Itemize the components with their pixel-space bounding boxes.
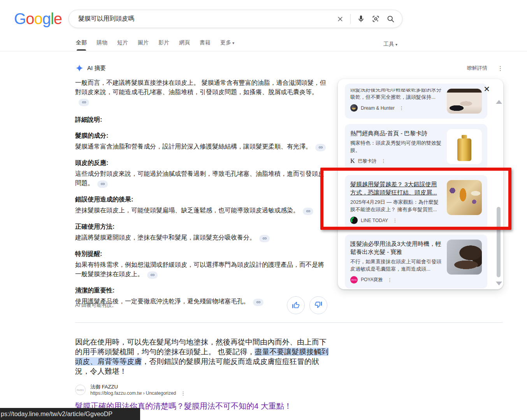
clear-search-icon[interactable]: [336, 14, 345, 24]
result-menu-icon[interactable]: ⋮: [181, 390, 186, 396]
card-menu-icon[interactable]: ⋮: [387, 278, 392, 282]
tab-short-videos[interactable]: 短片: [117, 39, 128, 51]
chevron-down-icon: ▾: [232, 41, 234, 45]
link-target-statusbar: ps://today.line.me/tw/v2/article/GgveoDP: [0, 408, 140, 420]
source-card-kerastase[interactable]: 熱門經典商品-首頁 - 巴黎卡詩 獨家特色：頭皮及秀髮均可使用的雙效髮膜。 K …: [345, 124, 487, 170]
section-paragraph: 這些成分對頭皮來說，可能過於油膩或營養過剩，導致毛孔堵塞、油脂堆積，進而引發頭皮…: [75, 169, 328, 188]
card-text: 熱門經典商品-首頁 - 巴黎卡詩 獨家特色：頭皮及秀髮均可使用的雙效髮膜。 K …: [350, 129, 447, 164]
ai-disclaimer: AI 回覆可能有誤。: [75, 302, 117, 309]
lens-search-icon[interactable]: [371, 14, 380, 24]
section-heading: 頭皮的反應:: [75, 159, 328, 167]
card-snippet: 吸乾，但不要完全擦乾，讓頭髮保持...: [350, 93, 442, 101]
section-heading: 髮膜的成分:: [75, 131, 328, 140]
product-bottle-graphic: [457, 138, 471, 161]
site-name[interactable]: 法御 FAZZU: [90, 383, 176, 390]
thumbs-down-button[interactable]: [309, 296, 327, 314]
tools-button[interactable]: 工具▾: [383, 41, 397, 48]
card-snippet: 不行，如果直接抹在頭皮上可能會引發頭皮過敏或是毛囊阻塞，進而造成頭...: [350, 258, 442, 273]
ai-overview-title: AI 摘要: [87, 65, 106, 72]
scroll-up-arrow[interactable]: [496, 100, 502, 104]
ai-feedback-row: AI 回覆可能有誤。: [75, 296, 327, 314]
google-logo[interactable]: Google: [14, 10, 62, 28]
section-paragraph: 建議將髮膜避開頭皮，塗抹在髮中和髮尾，讓頭髮充分吸收養分。: [75, 233, 328, 242]
card-source-row: Dream & Hunter ⋮: [350, 104, 442, 112]
card-snippet: 2025年4月29日 — 專家觀點：為什麼髮膜不能塗在頭皮上？ 擁有多年髮質照.…: [350, 198, 442, 213]
source-card-dream-hunter[interactable]: 頭髮洗好後先用毛巾輕壓吸乾多餘的水分 吸乾，但不要完全擦乾，讓頭髮保持... D…: [345, 84, 487, 119]
card-text: 頭髮洗好後先用毛巾輕壓吸乾多餘的水分 吸乾，但不要完全擦乾，讓頭髮保持... D…: [350, 89, 447, 114]
card-thumbnail-image[interactable]: [447, 240, 482, 275]
ai-overview-menu-icon[interactable]: ⋮: [497, 65, 503, 71]
ai-sources-panel: 頭髮洗好後先用毛巾輕壓吸乾多餘的水分 吸乾，但不要完全擦乾，讓頭髮保持... D…: [338, 79, 503, 289]
dream-hunter-logo-icon: [350, 104, 358, 112]
panel-scrollbar[interactable]: [497, 207, 501, 277]
tab-books[interactable]: 書籍: [200, 39, 211, 51]
site-meta: 法御 FAZZU https://blog.fazzu.com.tw › Unc…: [90, 383, 176, 396]
card-source-row: POYA POYA寶雅 ⋮: [350, 276, 442, 284]
source-card-poya[interactable]: 護髮油必學用法及3大使用時機，輕鬆養出水光髮 - 寶雅 不行，如果直接抹在頭皮上…: [345, 234, 487, 289]
search-input[interactable]: [78, 16, 330, 23]
citation-link-icon[interactable]: [147, 271, 158, 279]
section-divider: [75, 322, 503, 323]
section-heading: 正確使用方法:: [75, 222, 328, 231]
card-source-name: POYA寶雅: [361, 276, 383, 283]
tab-shopping[interactable]: 購物: [97, 39, 107, 51]
card-text: 髮膜越用髮質越差？ 3大錯誤使用方式，恐讓頭髮狂打結、頭皮屑... 2025年4…: [350, 180, 447, 224]
ai-intro-paragraph: 一般而言，不建議將髮膜直接塗抹在頭皮上。 髮膜通常含有豐富的油脂，適合滋潤頭髮，…: [75, 78, 328, 106]
section-heading: 清潔的重要性:: [75, 286, 328, 295]
section-heading: 錯誤使用造成的後果:: [75, 195, 328, 204]
citation-link-icon[interactable]: [79, 99, 89, 106]
poya-logo-icon: POYA: [350, 276, 358, 284]
citation-link-icon[interactable]: [97, 180, 108, 188]
chevron-down-icon: ▾: [395, 42, 397, 47]
section-paragraph: 髮膜通常富含油脂和營養成分，設計用於深入修護髮絲結構，讓頭髮更柔順、有光澤。: [75, 142, 328, 151]
source-cards-list: 頭髮洗好後先用毛巾輕壓吸乾多餘的水分 吸乾，但不要完全擦乾，讓頭髮保持... D…: [345, 84, 487, 289]
card-menu-icon[interactable]: ⋮: [381, 159, 386, 163]
site-url-breadcrumb[interactable]: https://blog.fazzu.com.tw › Uncategorize…: [90, 390, 176, 396]
ai-overview-header: AI 摘要 瞭解詳情 ⋮: [75, 64, 503, 72]
search-bar[interactable]: [69, 10, 402, 28]
close-panel-icon[interactable]: ✕: [483, 85, 490, 93]
search-submit-icon[interactable]: [386, 14, 395, 24]
card-source-row: LINE TODAY ⋮: [350, 217, 442, 224]
scroll-down-arrow[interactable]: [496, 282, 502, 285]
section-paragraph: 如果有特殊需求，例如想滋潤或舒緩頭皮，可以選擇專門為頭皮設計的護理產品，而不是將…: [75, 260, 328, 279]
section-heading: 特別提醒:: [75, 250, 328, 258]
line-today-logo-icon: [350, 217, 358, 224]
citation-link-icon[interactable]: [315, 144, 326, 151]
card-source-row: K 巴黎卡詩 ⋮: [350, 158, 442, 164]
learn-more-link[interactable]: 瞭解詳情: [467, 65, 487, 72]
citation-link-icon[interactable]: [303, 208, 313, 215]
search-bar-divider: [350, 14, 351, 24]
site-favicon: FAZZU: [75, 385, 86, 395]
card-source-name: 巴黎卡詩: [358, 158, 377, 164]
kerastase-logo-icon: K: [350, 158, 355, 164]
header-divider: [0, 51, 527, 51]
card-title[interactable]: 熱門經典商品-首頁 - 巴黎卡詩: [350, 129, 442, 137]
card-snippet: 獨家特色：頭皮及秀髮均可使用的雙效髮膜。: [350, 139, 442, 154]
voice-search-icon[interactable]: [356, 14, 365, 24]
tab-images[interactable]: 圖片: [138, 39, 149, 51]
card-title[interactable]: 護髮油必學用法及3大使用時機，輕鬆養出水光髮 - 寶雅: [350, 240, 442, 256]
card-thumbnail-image[interactable]: [447, 180, 482, 215]
details-heading: 詳細說明:: [75, 116, 328, 124]
google-search-results-page: Google 全部 購物 短片 圖片 影片 網頁 書籍 更多▾ 工具▾ AI 摘: [0, 0, 527, 420]
card-thumbnail-image[interactable]: [447, 129, 482, 164]
card-source-name: LINE TODAY: [361, 218, 388, 223]
card-title[interactable]: 髮膜越用髮質越差？ 3大錯誤使用方式，恐讓頭髮狂打結、頭皮屑...: [350, 180, 442, 196]
tab-all[interactable]: 全部: [76, 39, 87, 51]
result-tabs: 全部 購物 短片 圖片 影片 網頁 書籍 更多▾: [76, 39, 234, 51]
card-menu-icon[interactable]: ⋮: [393, 218, 397, 223]
citation-link-icon[interactable]: [259, 235, 270, 242]
source-card-line-today[interactable]: 髮膜越用髮質越差？ 3大錯誤使用方式，恐讓頭髮狂打結、頭皮屑... 2025年4…: [345, 175, 487, 229]
thumbs-up-button[interactable]: [287, 296, 305, 314]
card-thumbnail-image[interactable]: [447, 89, 482, 114]
section-paragraph: 塗抹髮膜在頭皮上，可能使頭髮扁塌、缺乏蓬鬆感，也可能導致頭皮過敏或感染。: [75, 206, 328, 215]
card-text: 護髮油必學用法及3大使用時機，輕鬆養出水光髮 - 寶雅 不行，如果直接抹在頭皮上…: [350, 240, 447, 284]
ai-sparkle-icon: [75, 64, 84, 72]
tab-web[interactable]: 網頁: [179, 39, 190, 51]
result-source-row: FAZZU 法御 FAZZU https://blog.fazzu.com.tw…: [75, 383, 186, 396]
card-menu-icon[interactable]: ⋮: [399, 106, 404, 110]
card-source-name: Dream & Hunter: [361, 105, 395, 111]
tab-videos[interactable]: 影片: [158, 39, 169, 51]
tab-more[interactable]: 更多▾: [220, 39, 234, 51]
